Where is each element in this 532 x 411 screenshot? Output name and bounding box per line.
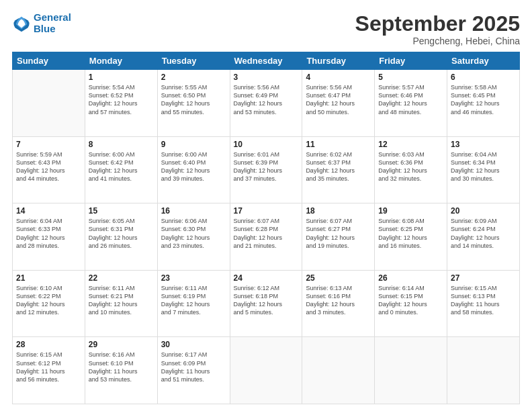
day-info: Sunrise: 5:56 AM Sunset: 6:47 PM Dayligh… <box>306 83 371 116</box>
day-number: 8 <box>89 140 154 149</box>
logo-line1: General <box>34 11 71 23</box>
calendar-cell <box>302 337 375 404</box>
calendar-cell: 6Sunrise: 5:58 AM Sunset: 6:45 PM Daylig… <box>447 70 520 137</box>
calendar-cell: 8Sunrise: 6:00 AM Sunset: 6:42 PM Daylig… <box>85 136 157 203</box>
day-info: Sunrise: 5:56 AM Sunset: 6:49 PM Dayligh… <box>234 83 299 116</box>
day-info: Sunrise: 6:15 AM Sunset: 6:12 PM Dayligh… <box>16 351 81 383</box>
day-info: Sunrise: 6:11 AM Sunset: 6:19 PM Dayligh… <box>161 284 226 317</box>
day-info: Sunrise: 6:04 AM Sunset: 6:34 PM Dayligh… <box>451 150 516 183</box>
calendar-cell: 11Sunrise: 6:02 AM Sunset: 6:37 PM Dayli… <box>302 136 375 203</box>
day-info: Sunrise: 5:55 AM Sunset: 6:50 PM Dayligh… <box>161 83 226 116</box>
day-info: Sunrise: 6:14 AM Sunset: 6:15 PM Dayligh… <box>378 284 443 317</box>
calendar-cell: 12Sunrise: 6:03 AM Sunset: 6:36 PM Dayli… <box>375 136 447 203</box>
calendar-cell: 30Sunrise: 6:17 AM Sunset: 6:09 PM Dayli… <box>157 337 230 404</box>
day-info: Sunrise: 5:59 AM Sunset: 6:43 PM Dayligh… <box>16 150 81 183</box>
day-number: 13 <box>451 140 516 149</box>
day-number: 25 <box>306 273 371 283</box>
day-info: Sunrise: 6:15 AM Sunset: 6:13 PM Dayligh… <box>451 284 516 317</box>
day-info: Sunrise: 6:06 AM Sunset: 6:30 PM Dayligh… <box>161 217 226 250</box>
week-row-2: 7Sunrise: 5:59 AM Sunset: 6:43 PM Daylig… <box>13 136 520 203</box>
day-info: Sunrise: 6:04 AM Sunset: 6:33 PM Dayligh… <box>16 217 81 250</box>
logo-text: General Blue <box>34 12 71 34</box>
calendar-cell: 14Sunrise: 6:04 AM Sunset: 6:33 PM Dayli… <box>13 203 85 271</box>
day-number: 4 <box>306 73 371 82</box>
week-row-3: 14Sunrise: 6:04 AM Sunset: 6:33 PM Dayli… <box>13 203 520 271</box>
day-number: 5 <box>378 73 443 82</box>
day-number: 14 <box>16 206 81 216</box>
day-info: Sunrise: 6:00 AM Sunset: 6:42 PM Dayligh… <box>89 150 154 183</box>
weekday-header-row: SundayMondayTuesdayWednesdayThursdayFrid… <box>13 52 520 70</box>
day-info: Sunrise: 6:13 AM Sunset: 6:16 PM Dayligh… <box>306 284 371 317</box>
weekday-header-monday: Monday <box>85 52 157 70</box>
day-info: Sunrise: 6:01 AM Sunset: 6:39 PM Dayligh… <box>234 150 299 183</box>
calendar-cell: 17Sunrise: 6:07 AM Sunset: 6:28 PM Dayli… <box>230 203 302 271</box>
calendar-cell: 26Sunrise: 6:14 AM Sunset: 6:15 PM Dayli… <box>375 270 447 337</box>
day-info: Sunrise: 5:57 AM Sunset: 6:46 PM Dayligh… <box>378 83 443 116</box>
calendar-cell: 28Sunrise: 6:15 AM Sunset: 6:12 PM Dayli… <box>13 337 85 404</box>
logo: General Blue <box>12 12 71 34</box>
day-info: Sunrise: 5:54 AM Sunset: 6:52 PM Dayligh… <box>89 83 154 116</box>
weekday-header-tuesday: Tuesday <box>157 52 230 70</box>
day-number: 1 <box>89 73 154 82</box>
day-number: 26 <box>378 273 443 283</box>
calendar-cell: 19Sunrise: 6:08 AM Sunset: 6:25 PM Dayli… <box>375 203 447 271</box>
weekday-header-friday: Friday <box>375 52 447 70</box>
day-number: 11 <box>306 140 371 149</box>
day-number: 2 <box>161 73 226 82</box>
calendar-cell: 15Sunrise: 6:05 AM Sunset: 6:31 PM Dayli… <box>85 203 157 271</box>
calendar-table: SundayMondayTuesdayWednesdayThursdayFrid… <box>12 52 520 404</box>
calendar-cell: 20Sunrise: 6:09 AM Sunset: 6:24 PM Dayli… <box>447 203 520 271</box>
month-title: September 2025 <box>355 12 520 36</box>
title-block: September 2025 Pengcheng, Hebei, China <box>355 12 520 46</box>
day-number: 10 <box>234 140 299 149</box>
day-info: Sunrise: 6:05 AM Sunset: 6:31 PM Dayligh… <box>89 217 154 250</box>
calendar-cell: 13Sunrise: 6:04 AM Sunset: 6:34 PM Dayli… <box>447 136 520 203</box>
day-info: Sunrise: 6:07 AM Sunset: 6:28 PM Dayligh… <box>234 217 299 250</box>
day-number: 23 <box>161 273 226 283</box>
week-row-1: 1Sunrise: 5:54 AM Sunset: 6:52 PM Daylig… <box>13 70 520 137</box>
day-number: 28 <box>16 340 81 349</box>
day-info: Sunrise: 5:58 AM Sunset: 6:45 PM Dayligh… <box>451 83 516 116</box>
calendar-cell <box>375 337 447 404</box>
day-info: Sunrise: 6:07 AM Sunset: 6:27 PM Dayligh… <box>306 217 371 250</box>
calendar-cell: 9Sunrise: 6:00 AM Sunset: 6:40 PM Daylig… <box>157 136 230 203</box>
page: General Blue September 2025 Pengcheng, H… <box>0 0 532 411</box>
calendar-cell <box>447 337 520 404</box>
calendar-cell: 3Sunrise: 5:56 AM Sunset: 6:49 PM Daylig… <box>230 70 302 137</box>
calendar-cell: 7Sunrise: 5:59 AM Sunset: 6:43 PM Daylig… <box>13 136 85 203</box>
day-info: Sunrise: 6:12 AM Sunset: 6:18 PM Dayligh… <box>234 284 299 317</box>
day-number: 12 <box>378 140 443 149</box>
calendar-cell: 27Sunrise: 6:15 AM Sunset: 6:13 PM Dayli… <box>447 270 520 337</box>
calendar-cell: 22Sunrise: 6:11 AM Sunset: 6:21 PM Dayli… <box>85 270 157 337</box>
day-number: 19 <box>378 206 443 216</box>
day-number: 16 <box>161 206 226 216</box>
day-number: 15 <box>89 206 154 216</box>
day-info: Sunrise: 6:02 AM Sunset: 6:37 PM Dayligh… <box>306 150 371 183</box>
calendar-cell <box>13 70 85 137</box>
day-number: 3 <box>234 73 299 82</box>
weekday-header-saturday: Saturday <box>447 52 520 70</box>
calendar-cell: 29Sunrise: 6:16 AM Sunset: 6:10 PM Dayli… <box>85 337 157 404</box>
day-info: Sunrise: 6:09 AM Sunset: 6:24 PM Dayligh… <box>451 217 516 250</box>
day-number: 7 <box>16 140 81 149</box>
day-number: 6 <box>451 73 516 82</box>
week-row-4: 21Sunrise: 6:10 AM Sunset: 6:22 PM Dayli… <box>13 270 520 337</box>
day-info: Sunrise: 6:17 AM Sunset: 6:09 PM Dayligh… <box>161 351 226 383</box>
calendar-cell: 1Sunrise: 5:54 AM Sunset: 6:52 PM Daylig… <box>85 70 157 137</box>
week-row-5: 28Sunrise: 6:15 AM Sunset: 6:12 PM Dayli… <box>13 337 520 404</box>
day-info: Sunrise: 6:00 AM Sunset: 6:40 PM Dayligh… <box>161 150 226 183</box>
calendar-cell: 21Sunrise: 6:10 AM Sunset: 6:22 PM Dayli… <box>13 270 85 337</box>
day-number: 30 <box>161 340 226 349</box>
calendar-cell: 25Sunrise: 6:13 AM Sunset: 6:16 PM Dayli… <box>302 270 375 337</box>
calendar-cell: 2Sunrise: 5:55 AM Sunset: 6:50 PM Daylig… <box>157 70 230 137</box>
day-number: 18 <box>306 206 371 216</box>
calendar-cell: 18Sunrise: 6:07 AM Sunset: 6:27 PM Dayli… <box>302 203 375 271</box>
day-number: 17 <box>234 206 299 216</box>
logo-line2: Blue <box>34 23 56 34</box>
weekday-header-wednesday: Wednesday <box>230 52 302 70</box>
weekday-header-thursday: Thursday <box>302 52 375 70</box>
day-info: Sunrise: 6:11 AM Sunset: 6:21 PM Dayligh… <box>89 284 154 317</box>
calendar-cell: 4Sunrise: 5:56 AM Sunset: 6:47 PM Daylig… <box>302 70 375 137</box>
weekday-header-sunday: Sunday <box>13 52 85 70</box>
calendar-cell: 23Sunrise: 6:11 AM Sunset: 6:19 PM Dayli… <box>157 270 230 337</box>
